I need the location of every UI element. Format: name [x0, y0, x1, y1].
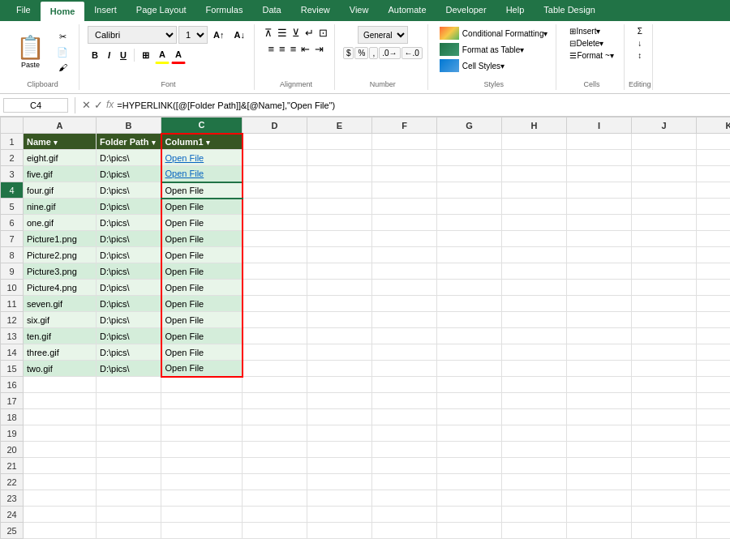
cell-r18-c6[interactable]: [437, 409, 502, 425]
fill-button[interactable]: ↓: [633, 38, 646, 49]
col-header-j[interactable]: J: [632, 118, 697, 134]
number-format-select[interactable]: General: [358, 26, 408, 44]
percent-button[interactable]: %: [354, 47, 368, 59]
merge-button[interactable]: ⊡: [317, 26, 329, 40]
decrease-font-button[interactable]: A↓: [230, 26, 248, 44]
cell-r6-c1[interactable]: D:\pics\: [97, 215, 161, 231]
row-header-6[interactable]: 6: [1, 215, 24, 231]
cell-r14-c5[interactable]: [372, 344, 437, 361]
border-button[interactable]: ⊞: [138, 46, 153, 64]
cell-r25-c8[interactable]: [567, 523, 632, 539]
cell-r9-c4[interactable]: [307, 263, 372, 280]
cell-r3-c7[interactable]: [502, 166, 567, 182]
cell-r4-c4[interactable]: [307, 182, 372, 199]
cell-r19-c7[interactable]: [502, 425, 567, 442]
cell-r6-c7[interactable]: [502, 215, 567, 231]
cell-r18-c1[interactable]: [97, 409, 161, 425]
cell-r22-c3[interactable]: [243, 474, 307, 490]
row-header-10[interactable]: 10: [1, 280, 24, 296]
wrap-text-button[interactable]: ↵: [303, 26, 316, 40]
cell-r20-c7[interactable]: [502, 442, 567, 458]
row-header-14[interactable]: 14: [1, 344, 24, 361]
cell-r24-c5[interactable]: [372, 507, 437, 523]
cell-r12-c0[interactable]: six.gif: [24, 312, 97, 328]
cell-r15-c8[interactable]: [567, 361, 632, 377]
cell-r4-c0[interactable]: four.gif: [24, 182, 97, 199]
font-color-button[interactable]: A: [171, 46, 186, 64]
cell-r25-c6[interactable]: [437, 523, 502, 539]
cell-r11-c4[interactable]: [307, 296, 372, 312]
cell-r19-c10[interactable]: [697, 425, 731, 442]
cell-r6-c8[interactable]: [567, 215, 632, 231]
name-box[interactable]: [3, 98, 68, 113]
increase-indent-button[interactable]: ⇥: [313, 42, 325, 56]
cell-r17-c6[interactable]: [437, 393, 502, 409]
cell-r10-c10[interactable]: [697, 280, 731, 296]
row-header-20[interactable]: 20: [1, 442, 24, 458]
cell-r11-c8[interactable]: [567, 296, 632, 312]
cell-r17-c5[interactable]: [372, 393, 437, 409]
cell-r22-c7[interactable]: [502, 474, 567, 490]
cell-r2-c9[interactable]: [632, 150, 697, 166]
cell-r22-c2[interactable]: [161, 474, 243, 490]
cell-r13-c9[interactable]: [632, 328, 697, 344]
cell-r3-c4[interactable]: [307, 166, 372, 182]
cell-r13-c5[interactable]: [372, 328, 437, 344]
cell-r21-c1[interactable]: [97, 458, 161, 474]
cell-r15-c10[interactable]: [697, 361, 731, 377]
cell-r3-c2[interactable]: Open File: [161, 166, 243, 182]
cell-r4-c5[interactable]: [372, 182, 437, 199]
cell-r15-c2[interactable]: Open File: [161, 361, 243, 377]
cell-r11-c0[interactable]: seven.gif: [24, 296, 97, 312]
cell-r11-c2[interactable]: Open File: [161, 296, 243, 312]
cell-r24-c1[interactable]: [97, 507, 161, 523]
cell-r18-c2[interactable]: [161, 409, 243, 425]
cell-r12-c9[interactable]: [632, 312, 697, 328]
row-header-8[interactable]: 8: [1, 247, 24, 263]
cell-r6-c0[interactable]: one.gif: [24, 215, 97, 231]
cell-r18-c4[interactable]: [307, 409, 372, 425]
cell-r12-c2[interactable]: Open File: [161, 312, 243, 328]
cell-r2-c10[interactable]: [697, 150, 731, 166]
tab-help[interactable]: Help: [496, 0, 535, 21]
cell-r13-c1[interactable]: D:\pics\: [97, 328, 161, 344]
cell-r3-c3[interactable]: [243, 166, 307, 182]
cell-r2-c0[interactable]: eight.gif: [24, 150, 97, 166]
cell-r15-c4[interactable]: [307, 361, 372, 377]
row-header-11[interactable]: 11: [1, 296, 24, 312]
cell-r5-c5[interactable]: [372, 199, 437, 215]
row-header-5[interactable]: 5: [1, 199, 24, 215]
row-header-7[interactable]: 7: [1, 231, 24, 247]
cell-r15-c0[interactable]: two.gif: [24, 361, 97, 377]
cell-r12-c1[interactable]: D:\pics\: [97, 312, 161, 328]
cell-r18-c8[interactable]: [567, 409, 632, 425]
tab-automate[interactable]: Automate: [378, 0, 436, 21]
cell-r5-c10[interactable]: [697, 199, 731, 215]
cell-r8-c5[interactable]: [372, 247, 437, 263]
cell-r24-c6[interactable]: [437, 507, 502, 523]
cell-r25-c2[interactable]: [161, 523, 243, 539]
cell-r4-c2[interactable]: Open File: [161, 182, 243, 199]
cell-r20-c1[interactable]: [97, 442, 161, 458]
cell-r16-c9[interactable]: [632, 377, 697, 393]
cell-r3-c9[interactable]: [632, 166, 697, 182]
insert-button[interactable]: ⊞ Insert ▾: [565, 26, 605, 36]
underline-button[interactable]: U: [116, 46, 131, 64]
cell-r9-c3[interactable]: [243, 263, 307, 280]
cell-r8-c9[interactable]: [632, 247, 697, 263]
align-center-button[interactable]: ≡: [277, 42, 287, 56]
cell-r1-c6[interactable]: [437, 134, 502, 150]
cell-r19-c6[interactable]: [437, 425, 502, 442]
cell-r17-c0[interactable]: [24, 393, 97, 409]
cell-r22-c8[interactable]: [567, 474, 632, 490]
cell-r13-c10[interactable]: [697, 328, 731, 344]
cell-r24-c2[interactable]: [161, 507, 243, 523]
cell-r25-c1[interactable]: [97, 523, 161, 539]
cell-r22-c4[interactable]: [307, 474, 372, 490]
cell-r19-c3[interactable]: [243, 425, 307, 442]
cell-r9-c8[interactable]: [567, 263, 632, 280]
cell-styles-button[interactable]: Cell Styles ▾: [436, 58, 508, 73]
cell-r19-c9[interactable]: [632, 425, 697, 442]
cell-r10-c7[interactable]: [502, 280, 567, 296]
cell-r13-c6[interactable]: [437, 328, 502, 344]
